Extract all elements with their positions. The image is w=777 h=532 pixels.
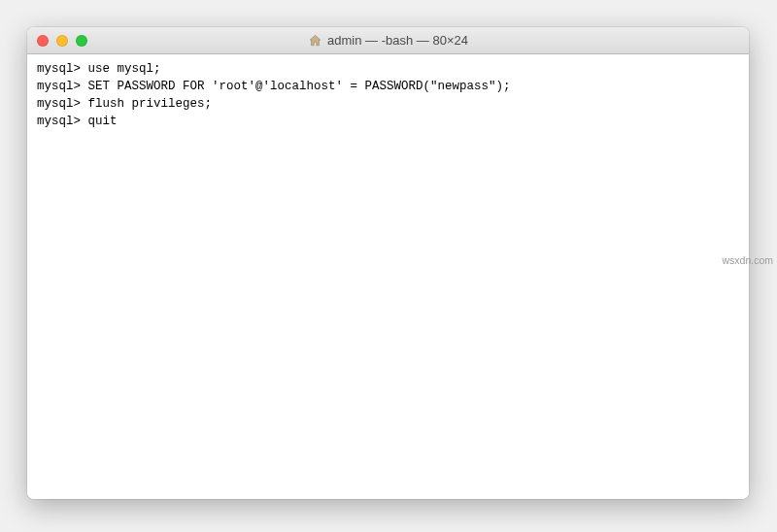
terminal-line: mysql> flush privileges; <box>37 95 739 113</box>
terminal-window: admin — -bash — 80×24 mysql> use mysql;m… <box>27 27 749 499</box>
maximize-button[interactable] <box>76 35 87 47</box>
window-title-text: admin — -bash — 80×24 <box>327 33 468 48</box>
terminal-line: mysql> quit <box>37 113 739 130</box>
close-button[interactable] <box>37 35 49 47</box>
titlebar[interactable]: admin — -bash — 80×24 <box>27 27 749 54</box>
home-icon <box>308 34 322 48</box>
traffic-lights <box>37 35 87 47</box>
watermark: wsxdn.com <box>722 254 773 266</box>
terminal-line: mysql> SET PASSWORD FOR 'root'@'localhos… <box>37 78 739 95</box>
terminal-line: mysql> use mysql; <box>37 60 739 78</box>
terminal-content[interactable]: mysql> use mysql;mysql> SET PASSWORD FOR… <box>27 54 749 499</box>
window-title: admin — -bash — 80×24 <box>27 33 749 48</box>
minimize-button[interactable] <box>56 35 68 47</box>
